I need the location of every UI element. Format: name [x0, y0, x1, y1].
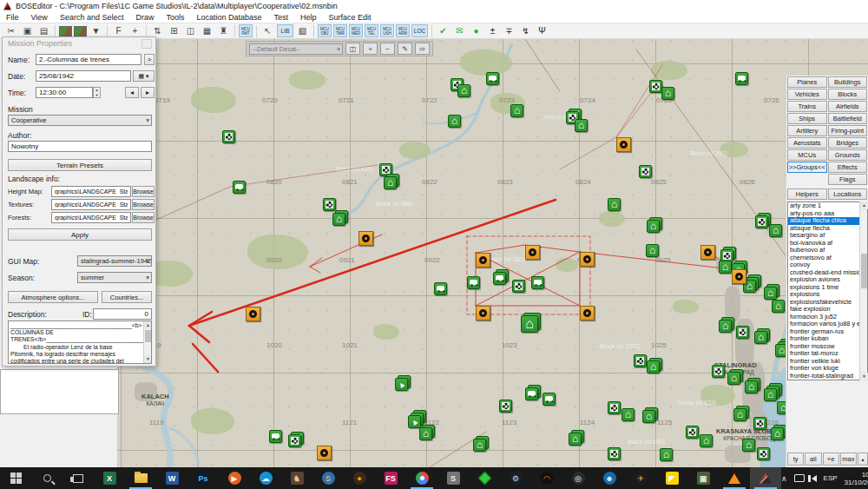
copy-icon[interactable]: ▣: [20, 24, 35, 37]
menu-file[interactable]: File: [0, 12, 25, 23]
terrain-presets-button[interactable]: Terrain Presets: [8, 159, 152, 171]
group-list-item[interactable]: arty zone 1: [788, 202, 867, 210]
map-icon-house[interactable]: [569, 433, 582, 446]
map-icon-checker[interactable]: [755, 215, 768, 228]
map-icon-checker[interactable]: [608, 447, 621, 460]
map-icon-house[interactable]: [521, 315, 538, 333]
file-explorer-icon[interactable]: [125, 467, 156, 489]
map-icon-house[interactable]: [769, 224, 782, 237]
map-icon-checker[interactable]: [753, 417, 766, 430]
gui-map-combo[interactable]: stalingrad-summer-1942: [77, 255, 152, 267]
time-input[interactable]: [36, 87, 93, 98]
menu-search-and-select[interactable]: Search and Select: [54, 12, 130, 23]
group-list-item[interactable]: explosion aviones: [788, 276, 867, 284]
category-button-mcus[interactable]: MCUs: [787, 149, 827, 161]
panel-button-all[interactable]: all: [805, 453, 821, 466]
dialog-close-button[interactable]: [141, 39, 152, 49]
network-icon[interactable]: [794, 474, 805, 482]
map-icon-vehicle[interactable]: [233, 181, 246, 194]
map-icon-house[interactable]: [700, 434, 713, 447]
map-waypoint-icon[interactable]: [732, 269, 746, 284]
map-icon-house[interactable]: [621, 408, 635, 421]
author-input[interactable]: [8, 141, 152, 152]
antenna-icon[interactable]: Ψ: [535, 24, 549, 37]
mission-name-input[interactable]: [36, 54, 141, 65]
menu-draw[interactable]: Draw: [129, 12, 160, 23]
date-input[interactable]: [36, 70, 131, 82]
photoshop-icon[interactable]: Ps: [187, 467, 219, 489]
green-diamond-app-icon[interactable]: [469, 467, 500, 489]
clock[interactable]: 10:32 31/10/2018: [845, 471, 868, 486]
vlc-icon[interactable]: [719, 467, 750, 489]
group-list-item[interactable]: frontier tat-moroz: [788, 350, 867, 358]
group-list-item[interactable]: formacion 3 ju52: [788, 314, 867, 321]
map-waypoint-icon[interactable]: [317, 446, 332, 460]
map-icon-house[interactable]: [646, 244, 659, 257]
menu-view[interactable]: View: [25, 12, 54, 23]
map-icon-checker[interactable]: [686, 426, 699, 439]
menu-surface-edit[interactable]: Surface Edit: [323, 12, 378, 23]
calendar-button[interactable]: ▦ ▾: [133, 70, 155, 82]
map-icon-checker[interactable]: [499, 400, 512, 413]
panel-button-e[interactable]: +e: [823, 453, 839, 466]
time-prev-button[interactable]: ◂: [125, 87, 139, 98]
map-icon-vehicle[interactable]: [269, 430, 282, 443]
textures-browse-button[interactable]: Browse: [132, 199, 155, 210]
category-button-effects[interactable]: Effects: [828, 162, 868, 173]
obs-icon[interactable]: ◎: [562, 467, 594, 489]
decal-dropdown[interactable]: --Default Decal--: [249, 43, 343, 55]
map-icon-checker[interactable]: [288, 434, 301, 447]
map-icon-house[interactable]: [448, 115, 461, 128]
map-waypoint-icon[interactable]: [616, 137, 631, 152]
grid-icon[interactable]: ⊞: [167, 24, 181, 37]
map-icon-vehicle[interactable]: [542, 393, 556, 406]
map-icon-checker[interactable]: [512, 280, 525, 293]
category-button-grounds[interactable]: Grounds: [828, 149, 868, 161]
map-icon-house[interactable]: [642, 410, 655, 423]
group-list-item[interactable]: explosions: [788, 291, 867, 299]
decal-picker-button[interactable]: ✎: [398, 43, 412, 55]
map-icon-house[interactable]: [457, 84, 470, 97]
orange-ring-app-icon[interactable]: ◠: [531, 467, 562, 489]
group-list-item[interactable]: besargino af: [788, 232, 867, 240]
textures-input[interactable]: [51, 199, 131, 210]
bolt-icon[interactable]: ↯: [518, 24, 533, 37]
group-list-item[interactable]: formacion varios ju88 y esco: [788, 320, 867, 328]
category-button-groups[interactable]: >>Groups<<: [787, 162, 827, 173]
tray-chevron-icon[interactable]: ∧: [781, 474, 787, 483]
panel-button-max[interactable]: max: [840, 453, 857, 466]
category-button-firing-point[interactable]: Firing-point: [828, 125, 868, 136]
scroll-up-icon[interactable]: ▲: [860, 202, 868, 209]
category-button-planes[interactable]: Planes: [787, 76, 827, 88]
category-button-battlefield[interactable]: Battlefield: [828, 113, 868, 124]
category-button-aerostats[interactable]: Aerostats: [787, 137, 827, 149]
map-icon-vehicle[interactable]: [531, 276, 544, 289]
group-list-item[interactable]: explosionsfakevehicle: [788, 299, 867, 307]
building-icon[interactable]: ♜: [216, 24, 231, 37]
category-button-buildings[interactable]: Buildings: [828, 76, 868, 88]
lib-button[interactable]: LIB: [277, 24, 293, 37]
map-icon-house[interactable]: [719, 261, 732, 274]
mcu-med-button[interactable]: MCU MED: [349, 24, 363, 37]
map-icon-plane[interactable]: [408, 415, 421, 428]
chrome-icon[interactable]: [406, 467, 437, 489]
map-icon-vehicle[interactable]: [525, 387, 538, 400]
task-view-icon[interactable]: [62, 467, 94, 489]
time-spinner[interactable]: ▲▼: [93, 87, 101, 98]
mcu-ush-button[interactable]: MCU USH: [380, 24, 394, 37]
start-button[interactable]: [0, 467, 31, 489]
height-map-browse-button[interactable]: Browse: [132, 186, 155, 197]
map-icon-house[interactable]: [473, 439, 486, 452]
category-button-artillery[interactable]: Artillery: [787, 125, 827, 136]
map-waypoint-icon[interactable]: [700, 245, 715, 260]
map-icon-house[interactable]: [742, 439, 755, 452]
scale-icon-1[interactable]: ±: [485, 24, 500, 37]
map-icon-house[interactable]: [771, 427, 784, 440]
add-tool-icon[interactable]: +: [128, 24, 142, 37]
game-app-icon[interactable]: ♞: [281, 467, 312, 489]
group-list-item[interactable]: convoy: [788, 261, 867, 269]
map-icon-checker[interactable]: [757, 447, 770, 460]
map-waypoint-icon[interactable]: [246, 307, 260, 321]
excel-icon[interactable]: X: [94, 467, 125, 489]
decal-add-button[interactable]: +: [363, 43, 378, 55]
